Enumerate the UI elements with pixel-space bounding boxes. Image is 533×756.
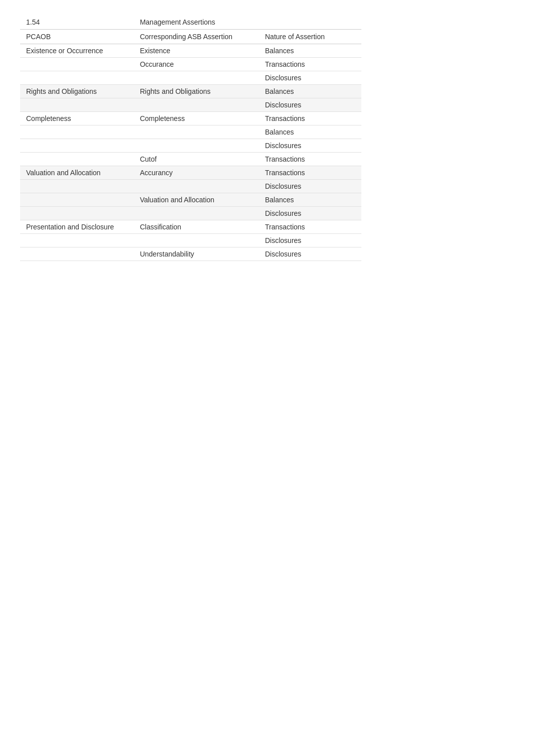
table-row: Disclosures [20, 180, 361, 193]
table-row: Disclosures [20, 207, 361, 220]
pcaob-cell: Valuation and Allocation [20, 166, 134, 180]
pcaob-cell [20, 58, 134, 71]
asb-assertion-cell [134, 71, 259, 85]
table-row: Existence or OccurrenceExistenceBalances [20, 44, 361, 58]
nature-cell: Disclosures [259, 207, 361, 220]
assertions-table: 1.54 Management Assertions PCAOB Corresp… [20, 15, 361, 261]
nature-cell: Transactions [259, 220, 361, 234]
nature-cell: Transactions [259, 112, 361, 125]
table-row: Balances [20, 125, 361, 139]
pcaob-cell [20, 207, 134, 220]
asb-assertion-cell [134, 207, 259, 220]
nature-cell: Balances [259, 44, 361, 58]
pcaob-cell [20, 153, 134, 166]
header-management-assertions: Management Assertions [134, 15, 259, 30]
subheader-row: PCAOB Corresponding ASB Assertion Nature… [20, 30, 361, 44]
table-row: Rights and ObligationsRights and Obligat… [20, 85, 361, 98]
nature-cell: Disclosures [259, 71, 361, 85]
table-row: UnderstandabilityDisclosures [20, 247, 361, 261]
header-col3 [259, 15, 361, 30]
asb-assertion-cell [134, 125, 259, 139]
pcaob-cell [20, 98, 134, 112]
asb-assertion-cell: Completeness [134, 112, 259, 125]
table-row: OccuranceTransactions [20, 58, 361, 71]
nature-cell: Transactions [259, 166, 361, 180]
asb-assertion-cell [134, 234, 259, 247]
table-row: Disclosures [20, 71, 361, 85]
table-row: CutofTransactions [20, 153, 361, 166]
table-row: Disclosures [20, 234, 361, 247]
table-row: Disclosures [20, 98, 361, 112]
pcaob-cell [20, 139, 134, 153]
nature-cell: Balances [259, 193, 361, 207]
table-body: Existence or OccurrenceExistenceBalances… [20, 44, 361, 261]
pcaob-cell [20, 193, 134, 207]
pcaob-cell [20, 125, 134, 139]
asb-assertion-cell: Classification [134, 220, 259, 234]
header-row: 1.54 Management Assertions [20, 15, 361, 30]
asb-assertion-cell [134, 139, 259, 153]
asb-assertion-cell: Existence [134, 44, 259, 58]
nature-cell: Disclosures [259, 180, 361, 193]
table-row: Disclosures [20, 139, 361, 153]
nature-cell: Transactions [259, 153, 361, 166]
subheader-pcaob: PCAOB [20, 30, 134, 44]
table-row: Presentation and DisclosureClassificatio… [20, 220, 361, 234]
asb-assertion-cell [134, 98, 259, 112]
table-row: Valuation and AllocationBalances [20, 193, 361, 207]
asb-assertion-cell: Cutof [134, 153, 259, 166]
pcaob-cell: Existence or Occurrence [20, 44, 134, 58]
nature-cell: Disclosures [259, 139, 361, 153]
subheader-asb: Corresponding ASB Assertion [134, 30, 259, 44]
nature-cell: Disclosures [259, 247, 361, 261]
pcaob-cell [20, 247, 134, 261]
pcaob-cell [20, 234, 134, 247]
table-row: Valuation and AllocationAccurancyTransac… [20, 166, 361, 180]
subheader-nature: Nature of Assertion [259, 30, 361, 44]
pcaob-cell: Completeness [20, 112, 134, 125]
pcaob-cell [20, 180, 134, 193]
main-table-container: 1.54 Management Assertions PCAOB Corresp… [20, 15, 361, 261]
asb-assertion-cell: Occurance [134, 58, 259, 71]
pcaob-cell: Rights and Obligations [20, 85, 134, 98]
asb-assertion-cell: Accurancy [134, 166, 259, 180]
nature-cell: Balances [259, 85, 361, 98]
nature-cell: Balances [259, 125, 361, 139]
nature-cell: Disclosures [259, 234, 361, 247]
asb-assertion-cell: Rights and Obligations [134, 85, 259, 98]
asb-assertion-cell [134, 180, 259, 193]
header-number: 1.54 [20, 15, 134, 30]
asb-assertion-cell: Valuation and Allocation [134, 193, 259, 207]
nature-cell: Disclosures [259, 98, 361, 112]
pcaob-cell: Presentation and Disclosure [20, 220, 134, 234]
nature-cell: Transactions [259, 58, 361, 71]
asb-assertion-cell: Understandability [134, 247, 259, 261]
table-row: CompletenessCompletenessTransactions [20, 112, 361, 125]
pcaob-cell [20, 71, 134, 85]
